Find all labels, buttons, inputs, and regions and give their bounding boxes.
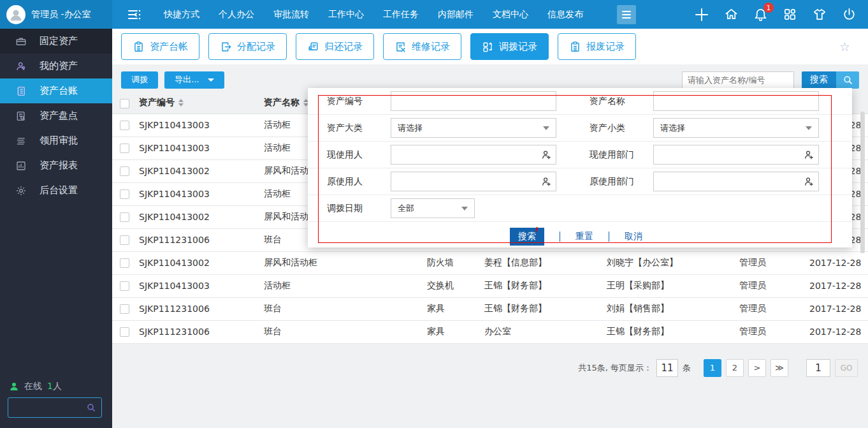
person-add-icon[interactable]: [541, 176, 552, 187]
person-add-icon[interactable]: [804, 149, 814, 160]
asset-code-label: 资产编号: [327, 96, 391, 107]
person-add-icon[interactable]: [804, 176, 814, 187]
filter-reset-button[interactable]: 重置: [575, 231, 593, 242]
report-icon: [15, 160, 27, 172]
pagination: 共15条, 每页显示： 条 1 2 > ≫ GO: [122, 359, 858, 377]
power-icon[interactable]: [842, 7, 857, 22]
nav-item-work-tasks[interactable]: 工作任务: [373, 0, 428, 29]
nav-item-info-publish[interactable]: 信息发布: [538, 0, 593, 29]
row-checkbox[interactable]: [120, 258, 129, 268]
search-icon[interactable]: [86, 402, 96, 413]
row-checkbox[interactable]: [120, 281, 129, 291]
export-dropdown-button[interactable]: 导出...: [164, 71, 224, 89]
select-all-checkbox[interactable]: [120, 99, 129, 108]
online-count: 1: [47, 381, 53, 391]
menu-toggle-icon[interactable]: [126, 7, 143, 22]
page-button-1[interactable]: 1: [704, 359, 721, 377]
nav-item-personal-office[interactable]: 个人办公: [209, 0, 264, 29]
sidebar-item-label: 资产台账: [40, 85, 78, 97]
notifications-bell-icon[interactable]: 1: [753, 7, 768, 22]
tab-scrap-records[interactable]: 报废记录: [558, 33, 636, 60]
app-window: 管理员 -办公室 快捷方式 个人办公 审批流转 工作中心 工作任务 内部邮件 文…: [0, 0, 868, 428]
sidebar-item-fixed-assets[interactable]: 固定资产: [0, 29, 112, 54]
sidebar-item-settings[interactable]: 后台设置: [0, 178, 112, 203]
sort-icon[interactable]: [178, 99, 184, 107]
sidebar-item-asset-reports[interactable]: 资产报表: [0, 153, 112, 178]
transfer-button[interactable]: 调拨: [121, 71, 158, 89]
current-user-label: 现使用人: [327, 149, 391, 161]
sidebar-item-asset-ledger[interactable]: 资产台账: [0, 78, 112, 103]
table-row[interactable]: SJKP110413002屏风和活动柜防火墙姜程【信息部】刘晓宇【办公室】管理员…: [112, 251, 868, 274]
add-icon[interactable]: [694, 7, 709, 22]
sidebar-item-requisition-approval[interactable]: 领用审批: [0, 128, 112, 153]
online-unit: 人: [53, 381, 62, 391]
row-checkbox[interactable]: [120, 304, 129, 314]
next-page-button[interactable]: >: [748, 359, 766, 377]
search-button[interactable]: 搜索: [802, 71, 859, 89]
shirt-icon[interactable]: [812, 7, 827, 22]
table-row[interactable]: SJKP111231006班台家具办公室王锦【财务部】管理员2017-12-28: [112, 320, 868, 343]
goto-page-input[interactable]: [806, 359, 830, 377]
tab-label: 资产台帐: [150, 41, 188, 53]
tab-repair-records[interactable]: 维修记录: [383, 33, 461, 60]
row-checkbox[interactable]: [120, 121, 129, 130]
tab-transfer-records[interactable]: 调拨记录: [470, 33, 549, 60]
favorite-star-icon[interactable]: ☆: [839, 40, 859, 54]
nav-item-document-center[interactable]: 文档中心: [483, 0, 538, 29]
user-name: 管理员 -办公室: [31, 9, 91, 20]
scrollbar-thumb[interactable]: [860, 112, 865, 253]
page-button-2[interactable]: 2: [726, 359, 744, 377]
doc-repair-icon: [394, 41, 407, 53]
row-checkbox[interactable]: [120, 189, 129, 199]
tab-asset-ledger[interactable]: 资产台帐: [121, 33, 199, 60]
filter-cancel-button[interactable]: 取消: [625, 231, 642, 242]
major-category-select[interactable]: 请选择: [391, 118, 556, 138]
table-row[interactable]: SJKP110413003活动柜交换机王锦【财务部】王明【采购部】管理员2017…: [112, 274, 868, 297]
tab-allocation-records[interactable]: 分配记录: [208, 33, 287, 60]
nav-item-work-center[interactable]: 工作中心: [319, 0, 373, 29]
sidebar-search-input[interactable]: [8, 403, 86, 413]
online-status: 在线 1人: [9, 381, 62, 392]
apps-grid-icon[interactable]: [783, 7, 797, 22]
nav-more-button[interactable]: [617, 5, 636, 24]
last-page-button[interactable]: ≫: [770, 359, 788, 377]
sidebar-item-my-assets[interactable]: 我的资产: [0, 54, 112, 78]
divider: [609, 232, 609, 242]
row-checkbox[interactable]: [120, 235, 129, 245]
nav-item-internal-mail[interactable]: 内部邮件: [428, 0, 483, 29]
chevron-down-icon: [543, 126, 549, 130]
asset-name-input[interactable]: [653, 91, 819, 111]
table-row[interactable]: SJKP111231006班台家具王锦【财务部】刘娟【销售部】管理员2017-1…: [112, 297, 868, 320]
sidebar-item-label: 资产报表: [40, 159, 78, 172]
gear-icon: [15, 185, 27, 196]
go-button[interactable]: GO: [835, 359, 858, 377]
filter-search-button[interactable]: 搜索: [510, 228, 544, 246]
former-user-input[interactable]: [391, 172, 556, 191]
person-add-icon[interactable]: [541, 149, 552, 160]
sidebar-item-label: 后台设置: [40, 184, 78, 196]
sidebar: 固定资产 我的资产 资产台账 资产盘点: [0, 29, 112, 428]
row-checkbox[interactable]: [120, 144, 129, 153]
row-checkbox[interactable]: [120, 212, 129, 222]
minor-category-select[interactable]: 请选择: [653, 118, 819, 138]
asset-code-input[interactable]: [391, 91, 556, 111]
home-icon[interactable]: [724, 7, 739, 22]
page-size-input[interactable]: [656, 359, 678, 377]
former-dept-input[interactable]: [653, 172, 819, 191]
user-block[interactable]: 管理员 -办公室: [0, 0, 112, 29]
transfer-date-select[interactable]: 全部: [391, 198, 475, 218]
nav-item-approval-flow[interactable]: 审批流转: [264, 0, 319, 29]
row-checkbox[interactable]: [120, 166, 129, 176]
advanced-search-panel: 资产编号 资产名称 资产大类 请选择 资产小类 请选择 现使用人: [308, 88, 852, 247]
sidebar-item-asset-inventory[interactable]: 资产盘点: [0, 103, 112, 128]
nav-item-shortcuts[interactable]: 快捷方式: [154, 0, 209, 29]
row-checkbox[interactable]: [120, 327, 129, 337]
tab-return-records[interactable]: 归还记录: [296, 33, 374, 60]
column-header-code[interactable]: 资产编号: [138, 92, 263, 114]
divider: [560, 232, 560, 242]
current-user-input[interactable]: [391, 145, 556, 165]
tab-label: 报废记录: [586, 41, 625, 53]
asset-search-input[interactable]: [682, 71, 794, 89]
current-dept-input[interactable]: [653, 145, 819, 165]
doc-swap-icon: [220, 41, 232, 53]
